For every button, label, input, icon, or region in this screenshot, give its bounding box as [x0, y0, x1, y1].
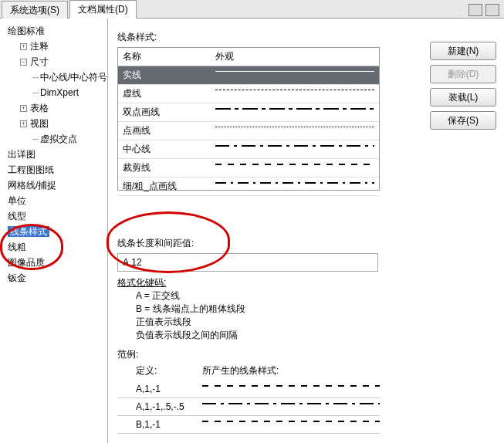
tree-dimensions[interactable]: −尺寸: [3, 54, 104, 69]
examples: 范例: 定义: 所产生的线条样式: A,1,-1 A,1,-1,.5,-.5 B…: [117, 348, 501, 434]
code-positive: 正值表示线段: [117, 316, 501, 329]
delete-button: 删除(D): [430, 65, 496, 83]
tree-detailing[interactable]: 出详图: [3, 147, 104, 162]
tree-line-style[interactable]: 线条样式: [3, 224, 104, 239]
examples-label: 范例:: [117, 348, 501, 361]
length-spacing-label: 线条长度和间距值:: [117, 237, 501, 250]
example-row-2: A,1,-1,.5,-.5: [117, 398, 380, 416]
window-button-2[interactable]: [485, 4, 499, 16]
tree-centerline[interactable]: --中心线/中心符号线: [3, 69, 104, 85]
style-row-two-dot[interactable]: 双点画线: [118, 103, 379, 122]
expand-icon[interactable]: +: [20, 43, 27, 50]
style-row-dot-dash[interactable]: 点画线: [118, 122, 379, 140]
style-row-center[interactable]: 中心线: [118, 140, 379, 159]
tree-virtual-sharps[interactable]: --虚拟交点: [3, 131, 104, 147]
format-codes: 格式化键码: A = 正交线 B = 线条端点上的粗体线段 正值表示线段 负值表…: [117, 276, 501, 342]
col-name: 名称: [123, 50, 215, 63]
style-row-trim[interactable]: 裁剪线: [118, 159, 379, 178]
main-panel: 线条样式: 名称 外观 实线 虚线 双点画线: [108, 19, 504, 443]
line-style-table[interactable]: 名称 外观 实线 虚线 双点画线 点画线: [117, 47, 380, 191]
tree-views[interactable]: +视图: [3, 116, 104, 131]
code-b: B = 线条端点上的粗体线段: [117, 303, 501, 316]
style-row-solid[interactable]: 实线: [118, 66, 379, 85]
code-a: A = 正交线: [117, 289, 501, 303]
tree-tables[interactable]: +表格: [3, 100, 104, 116]
options-tree[interactable]: 绘图标准 +注释 −尺寸 --中心线/中心符号线 --DimXpert +表格 …: [0, 19, 108, 443]
tab-system-options[interactable]: 系统选项(S): [2, 1, 68, 19]
window-button-1[interactable]: [468, 4, 482, 16]
tree-sheet-metal[interactable]: 钣金: [3, 270, 104, 286]
tree-grid-snap[interactable]: 网格线/捕捉: [3, 178, 104, 193]
example-result-header: 所产生的线条样式:: [202, 364, 279, 377]
example-def-header: 定义:: [117, 364, 202, 377]
save-button[interactable]: 保存(S): [430, 111, 496, 130]
window-controls: [468, 4, 504, 18]
expand-icon[interactable]: +: [20, 120, 27, 127]
example-row-3: B,1,-1: [117, 416, 380, 434]
new-button[interactable]: 新建(N): [430, 42, 496, 60]
style-row-dashed[interactable]: 虚线: [118, 85, 379, 103]
tree-annotations[interactable]: +注释: [3, 39, 104, 54]
tree-drawing-sheets[interactable]: 工程图图纸: [3, 162, 104, 178]
format-codes-label: 格式化键码:: [117, 276, 501, 289]
tree-drafting-standard[interactable]: 绘图标准: [3, 23, 104, 39]
tree-line-type[interactable]: 线型: [3, 208, 104, 224]
col-appearance: 外观: [215, 50, 234, 63]
tab-bar: 系统选项(S) 文档属性(D): [0, 0, 504, 19]
tree-image-quality[interactable]: 图像品质: [3, 255, 104, 270]
tab-document-properties[interactable]: 文档属性(D): [69, 0, 137, 19]
expand-icon[interactable]: +: [20, 105, 27, 112]
load-button[interactable]: 装载(L): [430, 88, 496, 107]
button-column: 新建(N) 删除(D) 装载(L) 保存(S): [430, 42, 496, 130]
code-negative: 负值表示线段之间的间隔: [117, 329, 501, 342]
length-spacing-input[interactable]: A,12: [117, 253, 378, 272]
example-row-1: A,1,-1: [117, 380, 380, 398]
tree-dimxpert[interactable]: --DimXpert: [3, 85, 104, 100]
collapse-icon[interactable]: −: [20, 59, 27, 66]
table-header: 名称 外观: [118, 48, 379, 66]
tree-units[interactable]: 单位: [3, 193, 104, 208]
tree-line-weight[interactable]: 线粗: [3, 239, 104, 255]
